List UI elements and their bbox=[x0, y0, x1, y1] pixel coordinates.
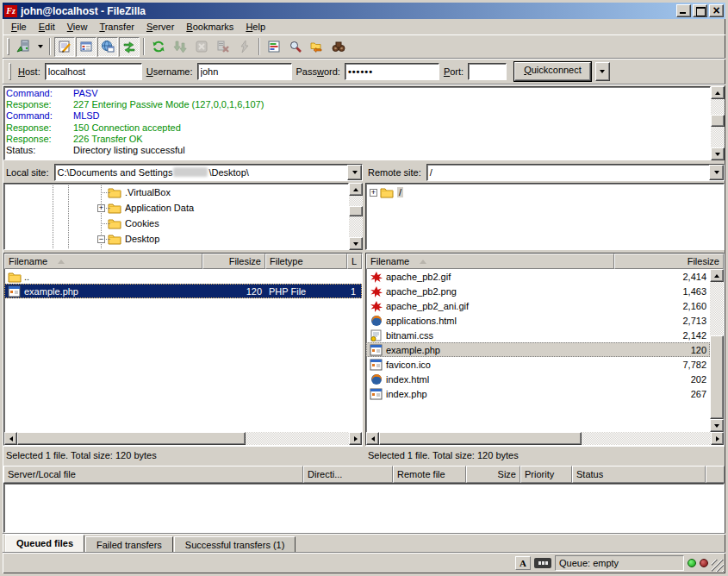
quickconnect-button[interactable]: Quickconnect bbox=[514, 62, 591, 81]
scroll-right-button[interactable] bbox=[711, 432, 724, 445]
file-row[interactable]: apache_pb2.gif2,414 bbox=[366, 269, 710, 284]
scroll-right-button[interactable] bbox=[349, 432, 362, 445]
remote-directory-tree[interactable]: / bbox=[365, 183, 725, 250]
local-tree-vertical-scrollbar[interactable] bbox=[349, 183, 363, 250]
column-header-direction[interactable]: Directi... bbox=[303, 466, 393, 483]
filter-button[interactable] bbox=[328, 37, 349, 57]
scroll-down-button[interactable] bbox=[349, 237, 363, 250]
resize-grip[interactable] bbox=[712, 560, 724, 572]
scroll-up-button[interactable] bbox=[710, 269, 724, 282]
reconnect-button[interactable] bbox=[234, 37, 255, 57]
column-header-filetype[interactable]: Filetype bbox=[265, 254, 347, 269]
file-row[interactable]: apache_pb2.png1,463 bbox=[366, 284, 710, 298]
synchronized-browsing-button[interactable] bbox=[307, 37, 327, 57]
menu-transfer[interactable]: Transfer bbox=[93, 20, 140, 34]
menu-edit[interactable]: Edit bbox=[33, 20, 61, 34]
toggle-transfer-queue-button[interactable] bbox=[119, 37, 140, 57]
close-button[interactable] bbox=[709, 4, 724, 17]
tree-item-application-data[interactable]: Application Data bbox=[4, 200, 348, 216]
log-line-text: 150 Connection accepted bbox=[73, 122, 181, 134]
site-manager-button[interactable] bbox=[13, 37, 34, 57]
menu-file[interactable]: File bbox=[5, 20, 33, 34]
port-input[interactable] bbox=[468, 63, 507, 80]
log-vertical-scrollbar[interactable] bbox=[711, 86, 725, 160]
process-queue-button[interactable] bbox=[170, 37, 190, 57]
scroll-down-button[interactable] bbox=[711, 147, 725, 160]
expander-plus-icon[interactable] bbox=[97, 204, 105, 212]
scrollbar-thumb[interactable] bbox=[711, 115, 725, 127]
scroll-up-button[interactable] bbox=[711, 86, 725, 99]
scrollbar-thumb[interactable] bbox=[379, 432, 582, 445]
scroll-left-button[interactable] bbox=[4, 432, 17, 445]
password-input[interactable] bbox=[345, 63, 439, 80]
toggle-remote-tree-button[interactable] bbox=[97, 37, 118, 57]
column-header-last-modified[interactable]: L bbox=[347, 254, 362, 269]
quickconnect-dropdown-button[interactable] bbox=[595, 62, 610, 81]
file-row-parent-dir[interactable]: .. bbox=[4, 269, 362, 284]
maximize-button[interactable] bbox=[693, 4, 707, 17]
tab-successful-transfers[interactable]: Successful transfers (1) bbox=[174, 536, 296, 552]
toggle-local-tree-button[interactable] bbox=[76, 37, 96, 57]
column-header-filesize[interactable]: Filesize bbox=[614, 254, 724, 269]
file-row-example-php[interactable]: example.php120 bbox=[366, 342, 710, 357]
remote-site-dropdown-button[interactable] bbox=[709, 165, 724, 180]
expander-minus-icon[interactable] bbox=[97, 235, 105, 243]
remote-site-combobox[interactable]: / bbox=[426, 164, 725, 181]
file-row[interactable]: bitnami.css2,142 bbox=[366, 328, 710, 342]
scrollbar-thumb[interactable] bbox=[710, 335, 724, 419]
file-row[interactable]: applications.html2,713 bbox=[366, 313, 710, 328]
scroll-down-button[interactable] bbox=[710, 419, 724, 432]
tree-item-desktop[interactable]: Desktop bbox=[4, 231, 348, 247]
scroll-up-button[interactable] bbox=[349, 183, 363, 196]
column-header-filesize[interactable]: Filesize bbox=[202, 254, 265, 269]
tab-queued-files[interactable]: Queued files bbox=[5, 535, 84, 552]
scrollbar-thumb[interactable] bbox=[17, 432, 246, 445]
column-header-filename[interactable]: Filename bbox=[366, 254, 614, 269]
menu-bookmarks[interactable]: Bookmarks bbox=[180, 20, 240, 34]
local-site-dropdown-button[interactable] bbox=[347, 165, 362, 180]
tree-item-root[interactable]: / bbox=[366, 185, 724, 200]
menu-help[interactable]: Help bbox=[240, 20, 271, 34]
tab-failed-transfers[interactable]: Failed transfers bbox=[85, 536, 173, 552]
menu-view[interactable]: View bbox=[61, 20, 94, 34]
local-list-header: Filename Filesize Filetype L bbox=[4, 254, 362, 269]
php-file-icon bbox=[8, 285, 22, 297]
queue-list[interactable] bbox=[3, 483, 725, 533]
tree-item-virtualbox[interactable]: .VirtualBox bbox=[4, 185, 348, 200]
directory-comparison-button[interactable] bbox=[264, 37, 284, 57]
message-log[interactable]: Command:PASV Response:227 Entering Passi… bbox=[3, 86, 711, 160]
minimize-button[interactable] bbox=[676, 4, 691, 17]
column-header-remote-file[interactable]: Remote file bbox=[393, 466, 466, 483]
tree-item-cookies[interactable]: Cookies bbox=[4, 216, 348, 231]
toggle-message-log-button[interactable] bbox=[54, 37, 75, 57]
local-directory-tree[interactable]: .VirtualBox Application Data Cookies Des… bbox=[3, 183, 349, 250]
expander-plus-icon[interactable] bbox=[370, 189, 377, 197]
quickconnect-grip[interactable] bbox=[9, 63, 11, 80]
column-header-priority[interactable]: Priority bbox=[520, 466, 572, 483]
menu-server[interactable]: Server bbox=[140, 20, 180, 34]
toolbar-grip[interactable] bbox=[7, 38, 9, 55]
local-horizontal-scrollbar[interactable] bbox=[4, 432, 362, 445]
column-header-server-local-file[interactable]: Server/Local file bbox=[3, 466, 303, 483]
disconnect-button[interactable] bbox=[213, 37, 233, 57]
file-row[interactable]: apache_pb2_ani.gif2,160 bbox=[366, 298, 710, 313]
file-row[interactable]: favicon.ico7,782 bbox=[366, 357, 710, 372]
column-header-filename[interactable]: Filename bbox=[4, 254, 202, 269]
local-site-combobox[interactable]: C:\Documents and Settings\Desktop\ bbox=[54, 164, 363, 181]
refresh-button[interactable] bbox=[148, 37, 169, 57]
file-row[interactable]: index.php267 bbox=[366, 386, 710, 401]
host-input[interactable] bbox=[45, 63, 142, 80]
column-header-size[interactable]: Size bbox=[466, 466, 520, 483]
column-header-status[interactable]: Status bbox=[572, 466, 706, 483]
remote-horizontal-scrollbar[interactable] bbox=[366, 432, 724, 445]
find-files-button[interactable] bbox=[285, 37, 306, 57]
scroll-left-button[interactable] bbox=[366, 432, 379, 445]
remote-vertical-scrollbar[interactable] bbox=[710, 269, 724, 432]
site-manager-dropdown-button[interactable] bbox=[34, 37, 46, 57]
file-row-example-php[interactable]: example.php 120 PHP File 1 bbox=[4, 284, 362, 298]
scrollbar-thumb[interactable] bbox=[349, 206, 363, 216]
file-row[interactable]: index.html202 bbox=[366, 372, 710, 386]
username-input[interactable] bbox=[197, 63, 292, 80]
cancel-operation-button[interactable] bbox=[191, 37, 212, 57]
log-line-text: 226 Transfer OK bbox=[73, 134, 143, 145]
